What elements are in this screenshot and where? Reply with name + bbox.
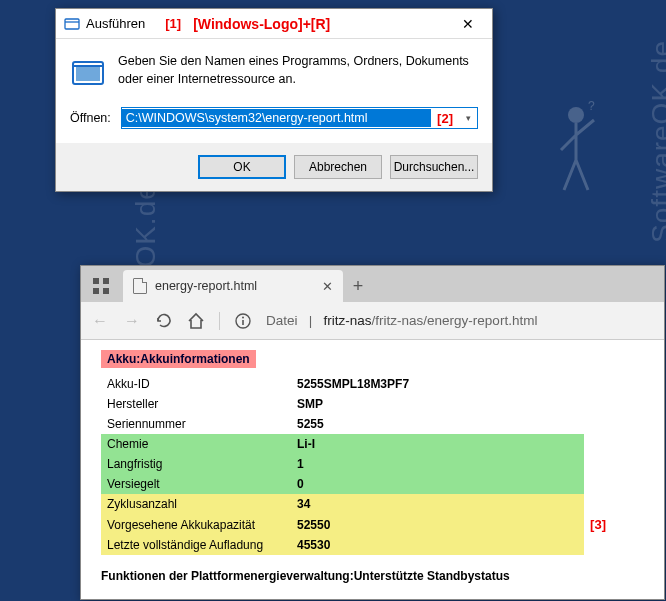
row-label: Akku-ID — [101, 374, 291, 394]
run-dialog: Ausführen [1] [Windows-Logo]+[R] ✕ Geben… — [55, 8, 493, 192]
address-text[interactable]: Datei | fritz-nas/fritz-nas/energy-repor… — [266, 313, 537, 328]
table-row: Letzte vollständige Aufladung45530 — [101, 535, 650, 555]
home-icon[interactable] — [187, 312, 205, 330]
tab-close-icon[interactable]: ✕ — [322, 279, 333, 294]
browser-window: energy-report.html ✕ + ← → Datei | fritz… — [80, 265, 665, 600]
chevron-down-icon[interactable]: ▾ — [459, 113, 477, 123]
row-label: Seriennummer — [101, 414, 291, 434]
open-label: Öffnen: — [70, 111, 111, 125]
divider — [219, 312, 220, 330]
row-label: Zyklusanzahl — [101, 494, 291, 514]
tab-title: energy-report.html — [155, 279, 314, 293]
report-heading: Akku:Akkuinformationen — [101, 350, 256, 368]
forward-icon: → — [123, 312, 141, 330]
svg-text:?: ? — [588, 100, 595, 113]
table-row: Vorgesehene Akkukapazität52550[3] — [101, 514, 650, 535]
table-row: HerstellerSMP — [101, 394, 650, 414]
addr-path: /fritz-nas/energy-report.html — [372, 313, 538, 328]
table-row: Zyklusanzahl34 — [101, 494, 650, 514]
row-value: Li-I — [291, 434, 584, 454]
row-value: SMP — [291, 394, 584, 414]
ok-button[interactable]: OK — [198, 155, 286, 179]
new-tab-button[interactable]: + — [343, 270, 373, 302]
svg-point-8 — [242, 316, 244, 318]
table-row: ChemieLi-I — [101, 434, 650, 454]
address-bar: ← → Datei | fritz-nas/fritz-nas/energy-r… — [81, 302, 664, 340]
watermark-text-2: SoftwareOK.de — [646, 40, 666, 243]
annotation-1: [1] — [165, 16, 181, 31]
info-icon[interactable] — [234, 312, 252, 330]
row-label: Chemie — [101, 434, 291, 454]
dialog-footer: OK Abbrechen Durchsuchen... — [56, 143, 492, 191]
row-label: Letzte vollständige Aufladung — [101, 535, 291, 555]
open-combobox[interactable]: [2] ▾ — [121, 107, 478, 129]
cancel-button[interactable]: Abbrechen — [294, 155, 382, 179]
table-row: Seriennummer5255 — [101, 414, 650, 434]
svg-rect-2 — [65, 19, 79, 29]
addr-prefix: Datei — [266, 313, 298, 328]
report-subheading: Funktionen der Plattformenergieverwaltun… — [101, 569, 650, 583]
run-large-icon — [70, 55, 106, 91]
table-row: Langfristig1 — [101, 454, 650, 474]
row-label: Hersteller — [101, 394, 291, 414]
close-button[interactable]: ✕ — [446, 10, 490, 38]
row-value: 0 — [291, 474, 584, 494]
battery-info-table: Akku-ID5255SMPL18M3PF7HerstellerSMPSerie… — [101, 374, 650, 555]
annotation-2: [2] — [431, 111, 459, 126]
table-row: Akku-ID5255SMPL18M3PF7 — [101, 374, 650, 394]
row-value: 45530 — [291, 535, 584, 555]
titlebar: Ausführen [1] [Windows-Logo]+[R] ✕ — [56, 9, 492, 39]
annotation-shortcut: [Windows-Logo]+[R] — [193, 16, 330, 32]
row-value: 5255 — [291, 414, 584, 434]
svg-point-0 — [568, 107, 584, 123]
mascot-figure: ? — [546, 100, 606, 200]
open-input[interactable] — [122, 109, 431, 127]
tab-strip: energy-report.html ✕ + — [81, 266, 664, 302]
table-row: Versiegelt0 — [101, 474, 650, 494]
run-dialog-icon — [64, 16, 80, 32]
browse-button[interactable]: Durchsuchen... — [390, 155, 478, 179]
refresh-icon[interactable] — [155, 312, 173, 330]
row-label: Vorgesehene Akkukapazität — [101, 514, 291, 535]
back-icon: ← — [91, 312, 109, 330]
annotation-3: [3] — [584, 514, 650, 535]
row-value: 34 — [291, 494, 584, 514]
row-label: Langfristig — [101, 454, 291, 474]
report-content: Akku:Akkuinformationen Akku-ID5255SMPL18… — [81, 340, 664, 597]
window-menu-icon[interactable] — [93, 278, 109, 294]
browser-tab[interactable]: energy-report.html ✕ — [123, 270, 343, 302]
row-label: Versiegelt — [101, 474, 291, 494]
row-value: 5255SMPL18M3PF7 — [291, 374, 584, 394]
file-icon — [133, 278, 147, 294]
svg-rect-5 — [76, 67, 100, 81]
dialog-description: Geben Sie den Namen eines Programms, Ord… — [118, 53, 478, 91]
row-value: 1 — [291, 454, 584, 474]
addr-host: fritz-nas — [324, 313, 372, 328]
dialog-title: Ausführen — [86, 16, 145, 31]
row-value: 52550 — [291, 514, 584, 535]
